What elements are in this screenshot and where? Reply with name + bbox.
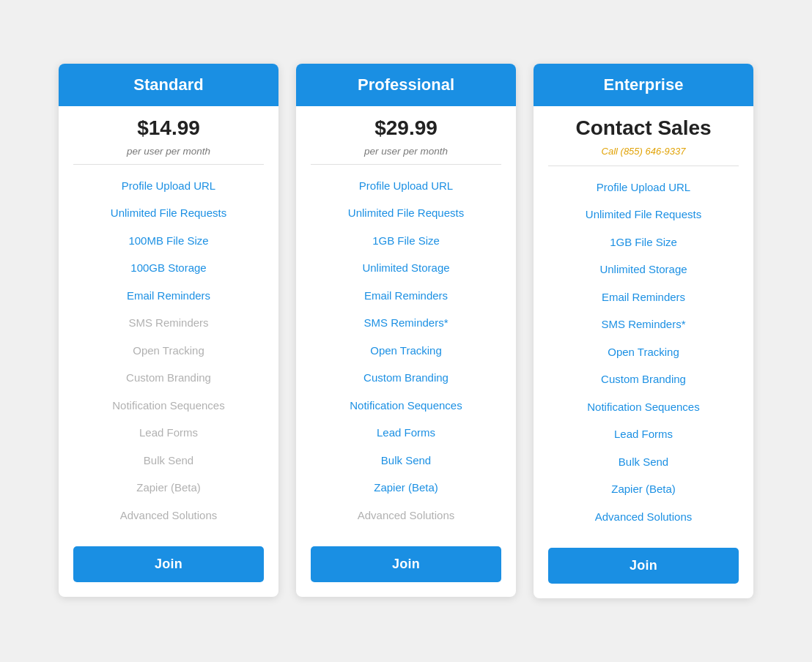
pricing-wrapper: Standard$14.99per user per monthProfile … (59, 64, 753, 599)
divider-standard (73, 164, 264, 165)
feature-item: Advanced Solutions (534, 503, 753, 531)
feature-item: Email Reminders (59, 282, 278, 310)
feature-item: Advanced Solutions (59, 502, 278, 529)
join-button-enterprise[interactable]: Join (548, 548, 739, 584)
pricing-card-enterprise: EnterpriseContact SalesCall (855) 646-93… (534, 64, 753, 599)
feature-item: SMS Reminders* (296, 309, 516, 337)
feature-item: Profile Upload URL (296, 172, 516, 200)
feature-item: Custom Branding (534, 365, 753, 393)
plan-price-professional: $29.99 (296, 106, 516, 146)
feature-item: Open Tracking (534, 338, 753, 366)
feature-item: Custom Branding (59, 364, 278, 392)
plan-name-enterprise: Enterprise (534, 64, 753, 106)
feature-item: Unlimited File Requests (59, 199, 278, 227)
feature-item: Email Reminders (534, 283, 753, 311)
join-button-professional[interactable]: Join (311, 546, 501, 582)
feature-item: Zapier (Beta) (534, 475, 753, 503)
feature-item: Notification Sequences (296, 392, 516, 420)
feature-item: Unlimited Storage (296, 254, 516, 282)
plan-price-enterprise: Contact Sales (534, 106, 753, 146)
plan-price-sub-standard: per user per month (59, 146, 278, 161)
plan-name-standard: Standard (59, 64, 278, 106)
feature-item: Bulk Send (534, 448, 753, 476)
features-list-professional: Profile Upload URLUnlimited File Request… (296, 172, 516, 537)
feature-item: 100GB Storage (59, 254, 278, 282)
features-list-enterprise: Profile Upload URLUnlimited File Request… (534, 174, 753, 538)
feature-item: Unlimited Storage (534, 256, 753, 283)
divider-professional (311, 164, 501, 165)
plan-price-standard: $14.99 (59, 106, 278, 146)
feature-item: 100MB File Size (59, 227, 278, 255)
feature-item: Zapier (Beta) (296, 474, 516, 502)
card-footer-standard: Join (59, 536, 278, 597)
feature-item: Unlimited File Requests (534, 201, 753, 228)
plan-name-professional: Professional (296, 64, 516, 106)
plan-price-note-enterprise: Call (855) 646-9337 (534, 146, 753, 163)
feature-item: Profile Upload URL (59, 172, 278, 200)
feature-item: 1GB File Size (296, 227, 516, 255)
join-button-standard[interactable]: Join (73, 546, 264, 582)
feature-item: Open Tracking (296, 337, 516, 365)
feature-item: Email Reminders (296, 282, 516, 310)
feature-item: Advanced Solutions (296, 502, 516, 529)
feature-item: Zapier (Beta) (59, 474, 278, 502)
feature-item: Lead Forms (296, 419, 516, 447)
feature-item: SMS Reminders* (534, 310, 753, 338)
pricing-card-professional: Professional$29.99per user per monthProf… (296, 64, 516, 598)
pricing-card-standard: Standard$14.99per user per monthProfile … (59, 64, 278, 598)
feature-item: Lead Forms (534, 420, 753, 448)
feature-item: Unlimited File Requests (296, 199, 516, 227)
feature-item: Open Tracking (59, 337, 278, 365)
feature-item: Profile Upload URL (534, 174, 753, 201)
plan-price-sub-professional: per user per month (296, 146, 516, 161)
feature-item: Notification Sequences (59, 392, 278, 420)
feature-item: 1GB File Size (534, 228, 753, 256)
feature-item: Bulk Send (296, 447, 516, 475)
feature-item: Lead Forms (59, 419, 278, 447)
feature-item: Notification Sequences (534, 393, 753, 421)
feature-item: Custom Branding (296, 364, 516, 392)
card-footer-professional: Join (296, 536, 516, 597)
feature-item: Bulk Send (59, 447, 278, 475)
feature-item: SMS Reminders (59, 309, 278, 337)
divider-enterprise (548, 166, 739, 166)
card-footer-enterprise: Join (534, 538, 753, 598)
features-list-standard: Profile Upload URLUnlimited File Request… (59, 172, 278, 537)
